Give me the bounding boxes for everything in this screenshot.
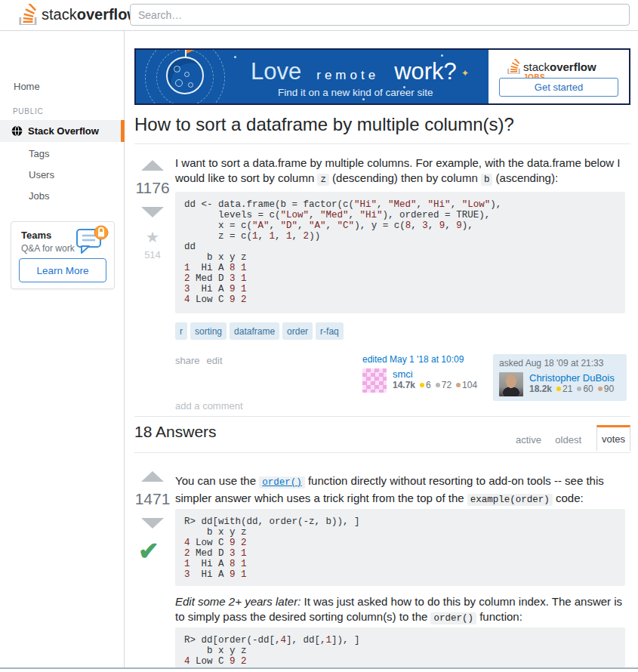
teams-tagline: Q&A for work <box>21 243 75 254</box>
answer-paragraph: Edit some 2+ years later: It was just as… <box>175 594 626 626</box>
inline-code: example(order) <box>467 494 553 506</box>
sidebar-item-stack-overflow[interactable]: Stack Overflow <box>0 120 125 142</box>
search-input[interactable] <box>130 4 630 26</box>
current-section-indicator <box>121 120 125 142</box>
teams-title: Teams <box>21 230 51 241</box>
banner-cta-area: stackoverflow JOBS Get started <box>489 50 629 103</box>
accepted-answer-check-icon: ✔ <box>138 536 159 566</box>
sidebar-public-label: PUBLIC <box>13 107 43 116</box>
stackoverflow-logo-icon <box>19 4 37 25</box>
tab-oldest[interactable]: oldest <box>555 434 581 445</box>
tag-dataframe[interactable]: dataframe <box>230 322 279 340</box>
favorite-count: 514 <box>128 249 177 260</box>
answer-code-block: R> dd[order(-dd[,4], dd[,1]), ] b x y z … <box>175 627 625 667</box>
tag-r[interactable]: r <box>175 322 187 340</box>
silver-badge-icon <box>436 383 440 387</box>
sidebar-item-jobs[interactable]: Jobs <box>29 190 49 202</box>
question-upvote-button[interactable] <box>141 160 164 171</box>
divider <box>134 452 630 453</box>
stackoverflow-logo-icon <box>507 59 520 74</box>
question-title: How to sort a dataframe by multiple colu… <box>134 114 514 135</box>
inline-code: b <box>481 174 493 186</box>
inline-code: order() <box>430 612 476 624</box>
sidebar-item-label: Stack Overflow <box>28 125 99 137</box>
stackoverflow-logo[interactable]: stackoverflow <box>19 4 139 25</box>
favorite-star-button[interactable]: ★ <box>128 228 177 246</box>
question-tags: r sorting dataframe order r-faq <box>175 322 344 340</box>
answer-vote-count: 1471 <box>128 490 177 508</box>
question-vote-count: 1176 <box>128 179 177 197</box>
banner-illustration-area: Love remote work? Find it on a new kind … <box>136 50 489 103</box>
asked-signature: asked Aug 18 '09 at 21:33 Christopher Du… <box>493 354 627 401</box>
asked-date: asked Aug 18 '09 at 21:33 <box>499 358 621 368</box>
teams-promo-card: Teams Q&A for work Learn More <box>11 221 115 289</box>
jobs-banner-ad[interactable]: Love remote work? Find it on a new kind … <box>134 48 630 105</box>
asker-username-link[interactable]: Christopher DuBois <box>529 372 615 384</box>
edited-date-link[interactable]: edited May 1 '18 at 10:09 <box>362 354 496 365</box>
question-downvote-button[interactable] <box>141 207 164 217</box>
answer-upvote-button[interactable] <box>141 471 164 482</box>
order-function-link[interactable]: order() <box>259 476 305 489</box>
get-started-button[interactable]: Get started <box>499 78 618 97</box>
answer-downvote-button[interactable] <box>141 518 164 529</box>
chat-bubble-lock-icon <box>75 223 109 261</box>
answer-code-block: R> dd[with(dd, order(-z, b)), ] b x y z … <box>175 509 625 586</box>
gold-badge-icon <box>420 383 424 387</box>
editor-reputation: 14.7k672104 <box>393 380 477 391</box>
banner-headline: Love remote work? <box>251 58 457 85</box>
share-link[interactable]: share <box>175 355 200 366</box>
edited-signature: edited May 1 '18 at 10:09 smci 14.7k6721… <box>362 354 496 393</box>
divider <box>134 416 630 417</box>
bronze-badge-icon <box>456 383 461 387</box>
viewport-edge <box>0 669 638 672</box>
edit-link[interactable]: edit <box>207 355 223 366</box>
moon-icon <box>166 57 204 94</box>
tag-r-faq[interactable]: r-faq <box>316 322 344 340</box>
avatar[interactable] <box>499 372 523 396</box>
answers-count-heading: 18 Answers <box>134 423 217 441</box>
sidebar-item-home[interactable]: Home <box>14 81 40 92</box>
tab-active[interactable]: active <box>516 434 541 445</box>
asker-reputation: 18.2k216090 <box>529 384 615 395</box>
add-comment-link[interactable]: add a comment <box>175 400 243 412</box>
globe-icon <box>11 125 23 137</box>
top-bar: stackoverflow <box>0 0 638 31</box>
answer-paragraph: You can use the order() function directl… <box>175 473 626 507</box>
sidebar-item-tags[interactable]: Tags <box>29 148 49 159</box>
sparkle-icon: ✦ <box>461 68 469 79</box>
editor-username-link[interactable]: smci <box>393 368 477 380</box>
gold-badge-icon <box>556 387 561 391</box>
tab-votes[interactable]: votes <box>596 425 630 451</box>
sidebar-item-users[interactable]: Users <box>29 169 54 180</box>
flag-icon <box>186 50 193 54</box>
teams-learn-more-button[interactable]: Learn More <box>19 258 106 282</box>
logo-wordmark: stackoverflow <box>42 6 139 23</box>
avatar[interactable] <box>362 368 387 393</box>
tag-order[interactable]: order <box>282 322 313 340</box>
stackoverflow-jobs-logo: stackoverflow <box>507 59 596 74</box>
banner-tagline: Find it on a new kind of career site <box>278 87 433 98</box>
question-body-paragraph: I want to sort a data.frame by multiple … <box>175 156 626 187</box>
question-code-block: dd <- data.frame(b = factor(c("Hi", "Med… <box>175 192 625 313</box>
divider <box>134 143 630 144</box>
left-sidebar: Home PUBLIC Stack Overflow Tags Users Jo… <box>0 31 125 667</box>
page: stackoverflow Home PUBLIC Stack Overflow… <box>0 0 638 672</box>
silver-badge-icon <box>577 387 581 391</box>
question-action-links: shareedit <box>175 355 230 366</box>
inline-code: z <box>317 174 329 186</box>
bronze-badge-icon <box>598 387 603 391</box>
tag-sorting[interactable]: sorting <box>190 322 227 340</box>
viewport-edge-line <box>0 667 638 669</box>
